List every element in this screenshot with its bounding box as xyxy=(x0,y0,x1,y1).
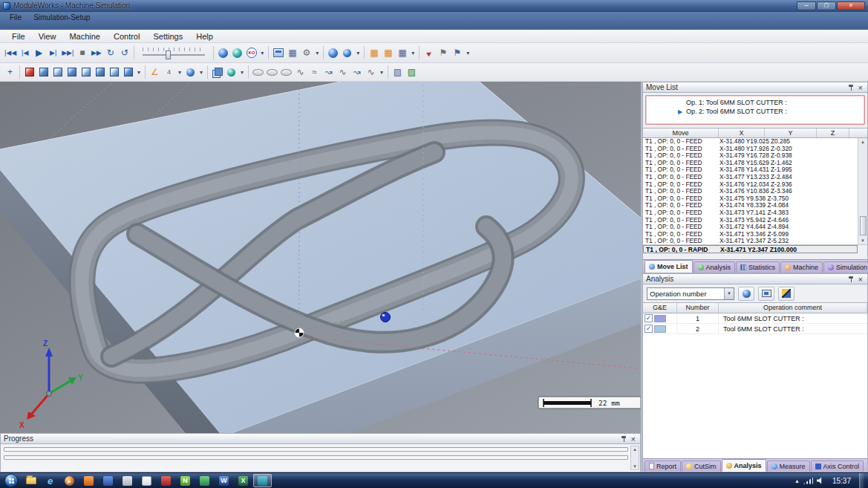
pin-icon[interactable] xyxy=(848,84,854,91)
step-forward-button[interactable]: ▶| xyxy=(46,45,60,60)
refresh-analysis-button[interactable] xyxy=(738,287,754,301)
column-ge[interactable]: G&E xyxy=(643,303,677,313)
operation-color-swatch[interactable] xyxy=(654,315,666,322)
operation-selector-combobox[interactable]: Operation number ▾ xyxy=(647,287,734,300)
measure-dropdown[interactable]: ▾ xyxy=(176,65,183,79)
ellipse-tool-button-1[interactable] xyxy=(251,65,265,79)
simulation-speed-slider[interactable] xyxy=(140,46,208,59)
taskbar-internet-explorer-button[interactable]: e xyxy=(41,474,59,487)
taskbar-word-button[interactable]: W xyxy=(215,474,233,487)
tab-measure[interactable]: Measure xyxy=(767,461,810,472)
tab-statistics[interactable]: Statistics xyxy=(736,261,780,273)
analysis-row-2[interactable]: ✓ 2 Tool 6MM SLOT CUTTER : xyxy=(643,324,867,334)
taskbar-app-orange-button[interactable] xyxy=(79,474,98,487)
simulation-settings-button[interactable]: ⚙ xyxy=(299,45,313,60)
colorize-model-button[interactable] xyxy=(778,287,794,301)
tab-report[interactable]: Report xyxy=(645,461,681,472)
reset-view-cube-button[interactable] xyxy=(22,65,36,79)
world-view-button[interactable] xyxy=(216,45,230,60)
tab-simulation[interactable]: Simulation xyxy=(823,261,868,273)
taskbar-app-gray-button[interactable] xyxy=(118,474,137,487)
axis-4-button[interactable]: 4 xyxy=(162,65,176,79)
bottom-view-button[interactable] xyxy=(121,65,135,79)
curve-tool-button-2[interactable]: ≈ xyxy=(307,65,322,79)
curve-tool-button-6[interactable]: ∿ xyxy=(364,65,378,79)
section-view-button[interactable] xyxy=(183,65,198,79)
operation-row-2[interactable]: ▶ Op. 2: Tool 6MM SLOT CUTTER : xyxy=(647,107,863,116)
menu-simulation-setup[interactable]: Simulation-Setup xyxy=(28,13,95,22)
taskbar-clock[interactable]: 15:37 xyxy=(828,477,855,485)
workpiece-view-button[interactable] xyxy=(230,45,244,60)
taskbar-excel-button[interactable]: X xyxy=(234,474,252,487)
go-to-last-move-button[interactable]: ▶▶| xyxy=(60,45,75,60)
maximize-button[interactable]: □ xyxy=(817,1,836,10)
layers-button[interactable] xyxy=(210,65,224,79)
section-dropdown[interactable]: ▾ xyxy=(198,65,205,79)
taskbar-app-blue-button[interactable] xyxy=(99,474,117,487)
menu-help[interactable]: Help xyxy=(190,31,219,42)
visibility-checkbox[interactable]: ✓ xyxy=(645,314,653,322)
speed-slider-thumb[interactable] xyxy=(166,51,171,59)
menu-view[interactable]: View xyxy=(33,31,62,42)
restart-simulation-button[interactable]: ↺ xyxy=(117,45,131,60)
set-stop-flag-button[interactable]: ⚑ xyxy=(450,45,464,60)
chevron-down-icon[interactable]: ▾ xyxy=(724,288,734,299)
scroll-down-icon[interactable]: ▼ xyxy=(633,464,637,469)
tab-move-list[interactable]: Move List xyxy=(645,260,693,273)
angle-measure-button[interactable]: ∠ xyxy=(148,65,162,79)
set-start-flag-button[interactable]: ⚑ xyxy=(436,45,450,60)
views-dropdown[interactable]: ▾ xyxy=(135,65,143,79)
speaker-icon[interactable] xyxy=(817,477,824,484)
menu-settings[interactable]: Settings xyxy=(147,31,189,42)
top-view-button[interactable] xyxy=(65,65,79,79)
network-icon[interactable] xyxy=(803,478,813,484)
show-desktop-button[interactable] xyxy=(859,473,864,488)
layers-dropdown[interactable]: ▾ xyxy=(238,65,246,79)
minimize-button[interactable]: – xyxy=(797,1,816,10)
column-y[interactable]: Y xyxy=(765,128,817,137)
taskbar-app-red-button[interactable] xyxy=(157,474,175,487)
clipping-button[interactable] xyxy=(224,65,238,79)
settings-dropdown[interactable]: ▾ xyxy=(313,45,321,60)
loop-playback-button[interactable]: ↻ xyxy=(103,45,117,60)
scroll-up-icon[interactable]: ▲ xyxy=(861,138,865,146)
grid-dropdown[interactable]: ▾ xyxy=(409,45,417,60)
viewport-3d[interactable]: Z Y X 22 mm xyxy=(0,82,641,433)
show-hidden-icons-button[interactable]: ▲ xyxy=(794,478,800,484)
column-z[interactable]: Z xyxy=(817,128,849,137)
hatch-blue-button[interactable]: ▨ xyxy=(391,65,405,79)
column-number[interactable]: Number xyxy=(677,303,719,313)
visibility-checkbox[interactable]: ✓ xyxy=(645,325,653,333)
scroll-down-icon[interactable]: ▼ xyxy=(861,237,865,244)
curve-tool-button-5[interactable]: ↝ xyxy=(350,65,364,79)
go-to-first-move-button[interactable]: |◀◀ xyxy=(3,45,18,60)
curves-dropdown[interactable]: ▾ xyxy=(378,65,385,79)
column-operation-comment[interactable]: Operation comment xyxy=(719,303,867,313)
taskbar-app-green-button[interactable] xyxy=(195,474,214,487)
stock-definition-button[interactable] xyxy=(271,45,285,60)
ellipse-tool-button-3[interactable] xyxy=(279,65,293,79)
tab-cutsim[interactable]: CutSim xyxy=(682,461,721,472)
pin-icon[interactable] xyxy=(621,435,627,443)
scrollbar-thumb[interactable] xyxy=(860,216,867,235)
taskbar-app-white-button[interactable] xyxy=(137,474,156,487)
tab-axis-control[interactable]: Axis Control xyxy=(811,461,864,472)
iso-view-button-1[interactable] xyxy=(36,65,50,79)
step-backward-button[interactable]: |◀ xyxy=(18,45,32,60)
tool-display-dropdown[interactable]: ▾ xyxy=(354,45,362,60)
titlebar[interactable]: ModuleWorks - Machine Simulation – □ × xyxy=(0,0,868,12)
grid-xy-button[interactable]: ▦ xyxy=(367,45,381,60)
pick-point-button[interactable]: ► xyxy=(422,45,436,60)
collision-check-button[interactable]: KO xyxy=(244,45,258,60)
close-panel-icon[interactable]: × xyxy=(857,84,864,91)
operation-color-swatch[interactable] xyxy=(654,325,666,333)
side-view-button[interactable] xyxy=(93,65,107,79)
taskbar-moduleworks-button[interactable] xyxy=(253,474,272,487)
hatch-green-button[interactable]: ▨ xyxy=(405,65,419,79)
tab-analysis-top[interactable]: Analysis xyxy=(694,261,736,273)
current-move-row[interactable]: T1 , OP: 0, 0 - RAPID X-31.471 Y2.347 Z1… xyxy=(643,245,858,253)
progress-scrollbar[interactable]: ▲ ▼ xyxy=(630,446,639,470)
taskbar-media-player-button[interactable]: ▶ xyxy=(60,474,79,487)
tab-machine[interactable]: Machine xyxy=(780,261,823,273)
close-panel-icon[interactable]: × xyxy=(630,435,637,443)
